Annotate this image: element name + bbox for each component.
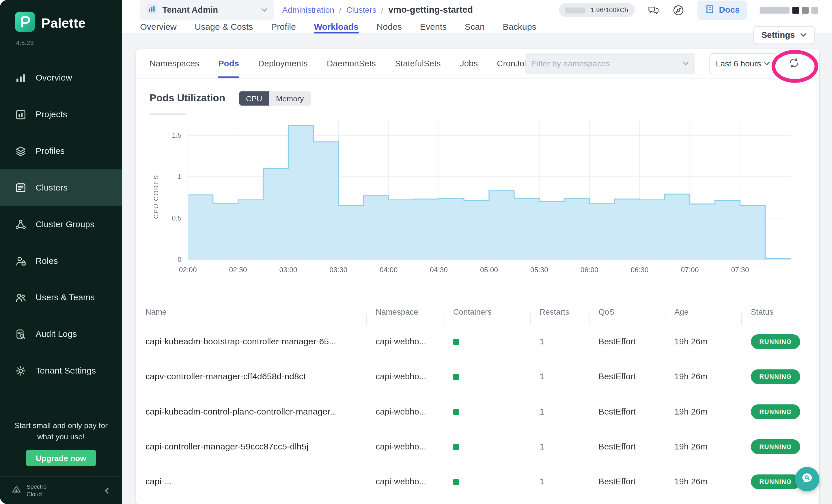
sidebar-item-label: Roles [35,256,58,266]
pod-qos: BestEffort [589,442,665,451]
audit-logs-icon [15,328,26,340]
tab-scan[interactable]: Scan [465,20,485,33]
breadcrumb-current: vmo-getting-started [388,5,473,16]
chevron-down-icon [763,61,770,66]
breadcrumb-separator: / [381,5,383,15]
svg-text:1.5: 1.5 [172,131,181,139]
table-row[interactable]: capi-kubeadm-control-plane-controller-ma… [136,394,819,429]
tab-nodes[interactable]: Nodes [376,20,402,33]
refresh-button[interactable] [785,55,802,72]
column-header-status: Status [742,307,819,316]
memory-toggle-button[interactable]: Memory [269,91,311,106]
content-area: NamespacesPodsDeploymentsDaemonSetsState… [122,34,832,504]
subtab-namespaces[interactable]: Namespaces [150,49,199,78]
status-badge: RUNNING [751,334,800,349]
help-chat-button[interactable] [795,467,819,492]
sidebar-item-label: Users & Teams [35,292,95,302]
sidebar-item-overview[interactable]: Overview [0,59,122,96]
cpu-toggle-button[interactable]: CPU [239,91,269,106]
sidebar-item-projects[interactable]: Projects [0,96,122,133]
tab-profile[interactable]: Profile [271,20,296,33]
sidebar-item-users-teams[interactable]: Users & Teams [0,279,122,316]
sidebar-item-cluster-groups[interactable]: Cluster Groups [0,206,122,242]
sidebar-item-profiles[interactable]: Profiles [0,133,122,169]
footer-brand-line2: Cloud [27,490,47,497]
column-header-restarts: Restarts [530,307,589,316]
metric-toggle: CPU Memory [239,91,311,106]
namespace-filter[interactable]: Filter by namespaces [525,53,695,75]
pod-qos: BestEffort [589,372,665,381]
tenant-selector[interactable]: Tenant Admin [140,0,274,20]
compass-icon[interactable] [672,4,684,16]
settings-button[interactable]: Settings [753,26,815,44]
clusters-icon [15,182,26,193]
pod-restarts: 1 [530,372,589,381]
container-status-square [453,374,459,379]
table-row[interactable]: capi-...capi-webho...1BestEffort19h 26mR… [136,464,819,499]
subtab-statefulsets[interactable]: StatefulSets [395,49,441,78]
svg-text:04:00: 04:00 [380,266,397,274]
namespace-filter-placeholder: Filter by namespaces [532,59,610,69]
tab-overview[interactable]: Overview [140,20,176,33]
pod-namespace: capi-webho... [366,477,443,486]
tenant-settings-icon [15,365,26,376]
workloads-card: NamespacesPodsDeploymentsDaemonSetsState… [136,49,819,504]
time-range-select[interactable]: Last 6 hours [709,53,777,75]
column-header-qos: QoS [589,307,665,316]
breadcrumb-link-clusters[interactable]: Clusters [346,5,376,15]
breadcrumb: Administration/Clusters/vmo-getting-star… [282,5,473,16]
sidebar-item-clusters[interactable]: Clusters [0,169,122,206]
tab-usage-costs[interactable]: Usage & Costs [194,20,253,33]
sidebar-item-roles[interactable]: Roles [0,242,122,279]
pod-restarts: 1 [530,477,589,486]
collapse-sidebar-icon[interactable] [103,486,111,495]
upgrade-now-button[interactable]: Upgrade now [26,450,96,466]
svg-text:05:30: 05:30 [530,266,548,274]
app-window: Palette 4.6.23 OverviewProjectsProfilesC… [0,0,832,504]
palette-logo-icon [15,11,35,34]
pod-status: RUNNING [742,334,819,349]
column-header-containers: Containers [444,307,530,316]
pod-qos: BestEffort [589,477,665,486]
svg-text:06:30: 06:30 [631,266,649,274]
pod-name: capi-kubeadm-control-plane-controller-ma… [136,406,366,417]
table-row[interactable]: capv-controller-manager-cff4d658d-nd8ctc… [136,359,819,394]
pod-status: RUNNING [742,404,819,419]
footer-brand: Spectro Cloud [27,483,47,497]
tab-events[interactable]: Events [420,20,447,33]
column-header-age: Age [665,307,742,316]
pod-qos: BestEffort [589,407,665,416]
sidebar-menu: OverviewProjectsProfilesClustersCluster … [0,59,122,389]
tab-backups[interactable]: Backups [502,20,536,33]
breadcrumb-link-administration[interactable]: Administration [282,5,335,15]
sidebar-item-label: Tenant Settings [35,366,96,375]
promo-block: Start small and only pay for what you us… [0,420,122,477]
pod-restarts: 1 [530,442,589,451]
chat-icon[interactable] [647,4,659,16]
time-range-value: Last 6 hours [716,59,761,69]
svg-text:04:30: 04:30 [430,266,448,274]
subtab-deployments[interactable]: Deployments [258,49,308,78]
footer-brand-line1: Spectro [27,483,47,490]
table-row[interactable]: capi-controller-manager-59ccc87cc5-dlh5j… [136,429,819,464]
docs-button[interactable]: Docs [697,1,747,20]
sidebar-item-audit-logs[interactable]: Audit Logs [0,316,122,352]
table-row[interactable]: capi-kubeadm-bootstrap-controller-manage… [136,324,819,359]
tab-workloads[interactable]: Workloads [314,20,358,33]
pod-containers [444,372,530,381]
chevron-down-icon [800,33,807,37]
container-status-square [453,444,459,450]
subtab-daemonsets[interactable]: DaemonSets [327,49,376,78]
svg-text:0: 0 [178,256,181,263]
status-badge: RUNNING [751,474,800,489]
sidebar-item-label: Audit Logs [35,329,77,339]
projects-icon [15,109,26,120]
svg-text:07:30: 07:30 [731,266,749,274]
svg-text:07:00: 07:00 [681,266,699,274]
users-teams-icon [15,292,26,303]
svg-text:1: 1 [178,173,181,180]
pod-name: capi-controller-manager-59ccc87cc5-dlh5j [136,441,366,451]
subtab-pods[interactable]: Pods [218,49,239,78]
subtab-jobs[interactable]: Jobs [460,49,478,78]
sidebar-item-tenant-settings[interactable]: Tenant Settings [0,352,122,389]
